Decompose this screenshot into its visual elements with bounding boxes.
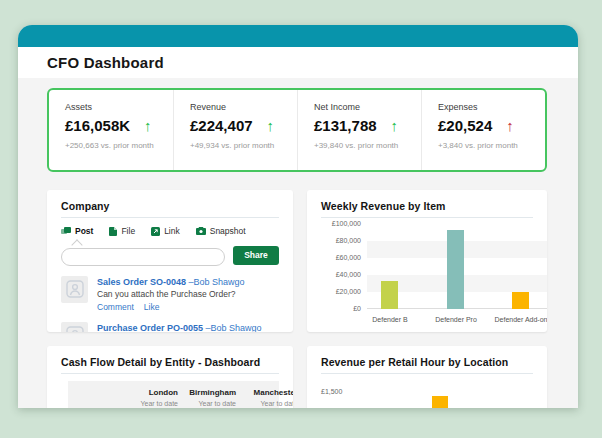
tab-snapshot[interactable]: Snapshot — [196, 226, 246, 236]
bar-location — [432, 396, 448, 408]
y-tick: £100,000 — [321, 220, 361, 237]
x-tick: Defender Pro — [435, 316, 477, 323]
column-birmingham: Birmingham Year to date — [178, 388, 236, 407]
kpi-delta: +250,663 vs. prior month — [65, 141, 173, 150]
chart-title: Revenue per Retail Hour by Location — [321, 356, 533, 368]
x-tick: Defender Add-on — [495, 316, 547, 323]
column-subheader: Year to date — [178, 400, 236, 407]
feed-post-link[interactable]: Purchase Order PO-0055 — [97, 323, 203, 333]
kpi-assets: Assets £16,058K ↑ +250,663 vs. prior mon… — [49, 90, 173, 170]
chart-title: Weekly Revenue by Item — [321, 200, 533, 212]
trend-up-icon: ↑ — [144, 121, 152, 131]
kpi-label: Expenses — [438, 102, 545, 112]
y-tick: £0 — [321, 305, 361, 322]
feed-author: –Bob Shawgo — [189, 277, 245, 287]
y-axis: £100,000 £80,000 £60,000 £40,000 £20,000… — [321, 224, 361, 326]
feed-item: Sales Order SO-0048 –Bob Shawgo Can you … — [61, 276, 279, 312]
composer-bubble — [61, 245, 225, 266]
retail-hour-panel: Revenue per Retail Hour by Location £1,5… — [307, 346, 547, 408]
tab-label: Link — [164, 226, 180, 236]
avatar — [61, 322, 88, 333]
feed-post-link[interactable]: Sales Order SO-0048 — [97, 277, 186, 287]
column-subheader: Year to date — [124, 400, 178, 407]
trend-up-icon: ↑ — [391, 121, 399, 131]
tab-post[interactable]: Post — [61, 226, 93, 236]
composer-tabs: Post File — [61, 226, 279, 236]
kpi-delta: +49,934 vs. prior month — [190, 141, 297, 150]
trend-up-icon: ↑ — [267, 121, 275, 131]
company-panel: Company Post — [47, 190, 293, 332]
column-header: Manchester — [236, 388, 293, 397]
file-icon — [109, 227, 117, 236]
column-london: London Year to date — [124, 388, 178, 407]
kpi-delta: +39,840 vs. prior month — [314, 141, 421, 150]
link-icon — [151, 227, 160, 236]
dashboard-content: Assets £16,058K ↑ +250,663 vs. prior mon… — [18, 78, 578, 408]
bar-chart: £100,000 £80,000 £60,000 £40,000 £20,000… — [321, 224, 533, 332]
tab-link[interactable]: Link — [151, 226, 180, 236]
kpi-delta: +3,840 vs. prior month — [438, 141, 545, 150]
kpi-expenses: Expenses £20,524 ↑ +3,840 vs. prior mont… — [421, 90, 545, 170]
kpi-value: £16,058K — [65, 117, 130, 134]
comment-link[interactable]: Comment — [97, 302, 134, 312]
post-composer: Share — [61, 245, 279, 266]
cash-flow-panel: Cash Flow Detail by Entity - Dashboard L… — [47, 346, 293, 408]
y-tick: £20,000 — [321, 288, 361, 305]
divider — [61, 373, 279, 374]
tab-label: Post — [75, 226, 93, 236]
cash-flow-table-header: London Year to date Birmingham Year to d… — [68, 381, 279, 408]
like-link[interactable]: Like — [144, 302, 160, 312]
weekly-revenue-panel: Weekly Revenue by Item £100,000 £80,000 … — [307, 190, 547, 332]
x-tick: Defender B — [372, 316, 407, 323]
row-label-column — [68, 388, 124, 407]
bar-defender-add-on — [512, 292, 529, 309]
divider — [321, 217, 533, 218]
camera-icon — [196, 227, 206, 235]
page-background: CFO Dashboard Assets £16,058K ↑ +250,663… — [0, 0, 602, 438]
dashboard-header: CFO Dashboard — [18, 47, 578, 78]
trend-up-icon: ↑ — [506, 121, 514, 131]
share-button[interactable]: Share — [233, 246, 279, 265]
feed-body: Can you attach the Purchase Order? — [97, 289, 245, 299]
avatar — [61, 276, 88, 303]
kpi-label: Assets — [65, 102, 173, 112]
tab-label: Snapshot — [210, 226, 246, 236]
company-panel-title: Company — [61, 200, 279, 212]
column-subheader: Year to date — [236, 400, 293, 407]
tab-file[interactable]: File — [109, 226, 135, 236]
bar-chart: £1,500 £1,200 — [321, 378, 533, 408]
column-header: London — [124, 388, 178, 397]
feed-author: –Bob Shawgo — [206, 323, 262, 333]
kpi-value: £131,788 — [314, 117, 377, 134]
kpi-label: Net Income — [314, 102, 421, 112]
y-tick: £60,000 — [321, 254, 361, 271]
bar-defender-pro — [447, 230, 464, 309]
y-tick: £1,500 — [321, 388, 342, 396]
post-icon — [61, 227, 71, 236]
column-manchester: Manchester Year to date — [236, 388, 293, 407]
tab-label: File — [121, 226, 135, 236]
kpi-value: £20,524 — [438, 117, 492, 134]
table-title: Cash Flow Detail by Entity - Dashboard — [61, 356, 279, 368]
kpi-revenue: Revenue £224,407 ↑ +49,934 vs. prior mon… — [173, 90, 297, 170]
y-tick: £80,000 — [321, 237, 361, 254]
divider — [61, 217, 279, 218]
column-header: Birmingham — [178, 388, 236, 397]
bar-defender-b — [381, 281, 398, 309]
kpi-label: Revenue — [190, 102, 297, 112]
window-accent-bar — [18, 25, 578, 47]
kpi-summary-row: Assets £16,058K ↑ +250,663 vs. prior mon… — [47, 88, 547, 172]
feed-item: Purchase Order PO-0055 –Bob Shawgo — [61, 322, 279, 333]
kpi-net-income: Net Income £131,788 ↑ +39,840 vs. prior … — [297, 90, 421, 170]
kpi-value: £224,407 — [190, 117, 253, 134]
page-title: CFO Dashboard — [47, 54, 164, 71]
plot-area — [367, 224, 547, 309]
divider — [321, 373, 533, 374]
y-tick: £40,000 — [321, 271, 361, 288]
dashboard-window: CFO Dashboard Assets £16,058K ↑ +250,663… — [18, 25, 578, 408]
post-input[interactable] — [61, 248, 225, 266]
